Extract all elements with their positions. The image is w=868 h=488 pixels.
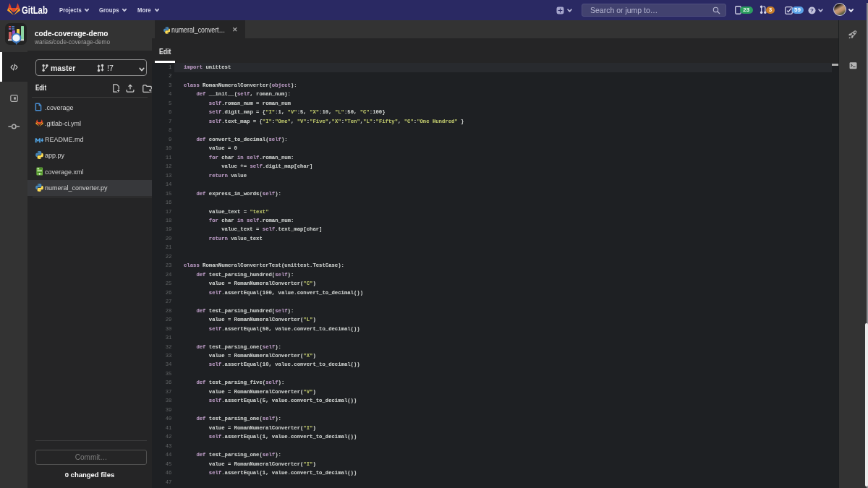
svg-text:?: ? [810, 7, 814, 14]
